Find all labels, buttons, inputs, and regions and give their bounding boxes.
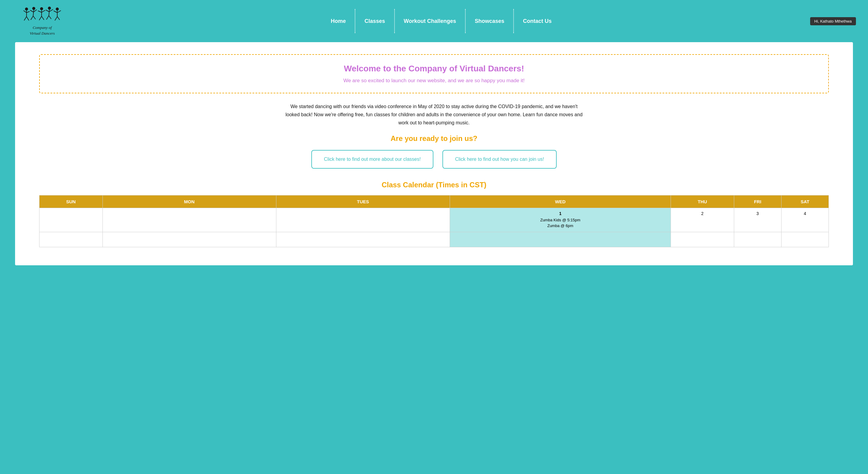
welcome-box: Welcome to the Company of Virtual Dancer… xyxy=(39,54,829,93)
svg-line-10 xyxy=(31,16,33,20)
cta-classes-button[interactable]: Click here to find out more about our cl… xyxy=(311,150,433,169)
cell-mon-2 xyxy=(102,232,276,247)
nav-home[interactable]: Home xyxy=(328,18,349,24)
nav-separator-1 xyxy=(355,9,355,33)
nav-separator-3 xyxy=(465,9,466,33)
cell-fri-1: 3 xyxy=(734,208,781,232)
svg-point-0 xyxy=(25,7,28,10)
welcome-title: Welcome to the Company of Virtual Dancer… xyxy=(52,64,816,73)
nav-separator-4 xyxy=(513,9,514,33)
user-badge: Hi, Kathato Mthethwa xyxy=(810,17,856,25)
nav-contact-us[interactable]: Contact Us xyxy=(520,18,555,24)
cell-thu-2 xyxy=(671,232,734,247)
nav-separator-2 xyxy=(394,9,395,33)
col-header-thu: THU xyxy=(671,195,734,208)
main-nav: Home Classes Workout Challenges Showcase… xyxy=(72,9,810,33)
col-header-wed: WED xyxy=(450,195,671,208)
cell-wed-1: 1 Zumba Kids @ 5:15pmZumba @ 6pm xyxy=(450,208,671,232)
cta-row: Click here to find out more about our cl… xyxy=(39,150,829,169)
col-header-sat: SAT xyxy=(781,195,829,208)
calendar-heading: Class Calendar (Times in CST) xyxy=(39,181,829,189)
svg-line-4 xyxy=(24,16,27,21)
col-header-tues: TUES xyxy=(276,195,450,208)
svg-line-20 xyxy=(46,10,49,12)
col-header-fri: FRI xyxy=(734,195,781,208)
calendar-row-1: 1 Zumba Kids @ 5:15pmZumba @ 6pm 2 3 4 xyxy=(39,208,829,232)
cell-sat-2 xyxy=(781,232,829,247)
nav-showcases[interactable]: Showcases xyxy=(472,18,507,24)
svg-point-6 xyxy=(32,7,35,10)
svg-point-18 xyxy=(48,7,51,10)
join-heading: Are you ready to join us? xyxy=(39,134,829,143)
body-text: We started dancing with our friends via … xyxy=(283,102,585,127)
cell-wed-2 xyxy=(450,232,671,247)
logo-area: Company of Virtual Dancers xyxy=(12,6,72,36)
svg-line-28 xyxy=(55,16,57,21)
svg-line-8 xyxy=(30,10,33,12)
svg-line-15 xyxy=(41,10,45,12)
calendar-row-2 xyxy=(39,232,829,247)
svg-line-7 xyxy=(33,10,34,16)
svg-line-5 xyxy=(27,16,29,21)
header: Company of Virtual Dancers Home Classes … xyxy=(0,0,868,42)
calendar-header-row: SUN MON TUES WED THU FRI SAT xyxy=(39,195,829,208)
cell-sun-1 xyxy=(39,208,103,232)
svg-point-12 xyxy=(40,7,43,10)
svg-line-16 xyxy=(39,16,41,20)
logo-icon xyxy=(21,6,63,25)
cell-fri-2 xyxy=(734,232,781,247)
col-header-sun: SUN xyxy=(39,195,103,208)
calendar-table: SUN MON TUES WED THU FRI SAT 1 Zumba Kid… xyxy=(39,195,829,247)
wed-events: Zumba Kids @ 5:15pmZumba @ 6pm xyxy=(540,218,580,228)
cell-tues-2 xyxy=(276,232,450,247)
svg-line-22 xyxy=(46,16,49,20)
main-content: Welcome to the Company of Virtual Dancer… xyxy=(15,42,853,265)
cell-mon-1 xyxy=(102,208,276,232)
svg-line-19 xyxy=(49,10,50,16)
cell-tues-1 xyxy=(276,208,450,232)
svg-line-26 xyxy=(54,11,57,13)
cell-sun-2 xyxy=(39,232,103,247)
cell-thu-1: 2 xyxy=(671,208,734,232)
wed-day-number: 1 xyxy=(453,211,668,216)
svg-line-3 xyxy=(27,11,30,13)
svg-point-24 xyxy=(56,7,59,10)
nav-workout-challenges[interactable]: Workout Challenges xyxy=(401,18,459,24)
svg-line-17 xyxy=(41,16,44,20)
svg-line-23 xyxy=(49,16,51,19)
svg-line-11 xyxy=(33,16,36,19)
logo-text: Company of Virtual Dancers xyxy=(30,25,55,36)
svg-line-27 xyxy=(57,10,61,13)
col-header-mon: MON xyxy=(102,195,276,208)
svg-line-29 xyxy=(57,16,60,20)
welcome-subtitle: We are so excited to launch our new webs… xyxy=(52,78,816,84)
svg-line-14 xyxy=(38,11,41,12)
svg-line-2 xyxy=(24,10,27,13)
nav-classes[interactable]: Classes xyxy=(361,18,388,24)
cell-sat-1: 4 xyxy=(781,208,829,232)
cta-join-button[interactable]: Click here to find out how you can join … xyxy=(442,150,557,169)
